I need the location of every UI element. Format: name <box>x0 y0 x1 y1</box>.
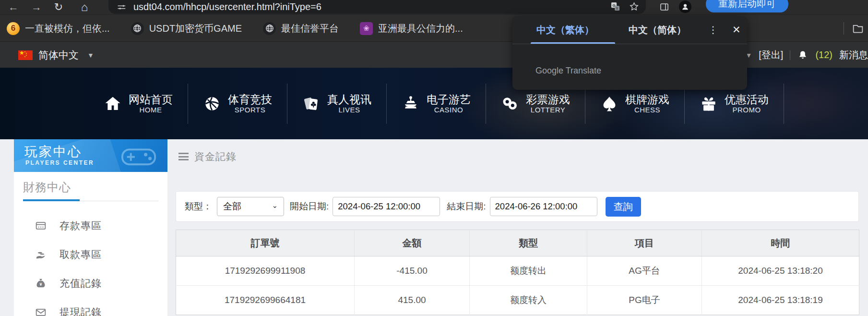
tab-chinese-traditional[interactable]: 中文（繁体） <box>536 24 594 36</box>
side-panel-icon[interactable] <box>659 1 670 12</box>
bookmark-favicon: ❀ <box>360 22 373 35</box>
bookmark-item[interactable]: ❀ 亚洲最具公信力的... <box>360 22 463 35</box>
language-selector[interactable]: 简体中文 <box>38 49 79 62</box>
amount-cell: -415.00 <box>355 256 470 286</box>
tab-chinese-simplified[interactable]: 中文（简体） <box>629 24 686 36</box>
table-header-cell: 類型 <box>470 230 587 256</box>
sidebar-menu-item[interactable]: 存款專區 <box>14 211 167 240</box>
site-info-icon[interactable] <box>116 2 127 12</box>
nav-label-zh: 电子游艺 <box>427 93 471 106</box>
nav-icon <box>203 95 221 113</box>
url-text[interactable]: usdt04.com/hhcp/usercenter.html?iniType=… <box>133 1 321 12</box>
nav-item[interactable]: 真人视讯 LIVES <box>287 84 387 124</box>
sidebar-menu-item[interactable]: 提現記錄 <box>14 298 167 316</box>
end-date-label: 結束日期: <box>447 200 486 213</box>
table-row[interactable]: 1719292699664181 415.00 额度转入 PG电子 2024-0… <box>176 286 859 315</box>
start-date-label: 開始日期: <box>290 200 329 213</box>
type-cell: 额度转入 <box>470 286 587 315</box>
restart-to-update-button[interactable]: 重新启动即可 <box>706 0 788 12</box>
reload-icon[interactable]: ↻ <box>52 0 65 14</box>
player-center-sidebar: 玩家中心 PLAYERS CENTER 財務中心 存款專區 取款專區 <box>14 139 167 316</box>
bookmark-item[interactable]: 6 一直被模仿，但依... <box>7 22 110 35</box>
nav-label-zh: 彩票游戏 <box>526 93 570 106</box>
nav-item[interactable]: 体育竞技 SPORTS <box>188 84 287 124</box>
nav-label-zh: 真人视讯 <box>327 93 371 106</box>
platform-cell: PG电子 <box>587 286 702 315</box>
more-options-icon[interactable]: ⋮ <box>708 24 718 36</box>
table-header-cell: 訂單號 <box>176 230 355 256</box>
bookmarks-divider <box>844 22 844 35</box>
nav-label-en: LOTTERY <box>531 106 565 114</box>
nav-label-en: PROMO <box>732 106 761 114</box>
nav-label-en: CHESS <box>634 106 660 114</box>
filter-bar: 類型： 全部 ⌄ 開始日期: 結束日期: 查詢 <box>176 191 859 222</box>
bookmark-label: 一直被模仿，但依... <box>25 22 110 35</box>
time-cell: 2024-06-25 13:18:20 <box>702 256 859 286</box>
bookmark-favicon <box>131 22 144 35</box>
time-cell: 2024-06-25 13:18:19 <box>702 286 859 315</box>
forward-icon[interactable]: → <box>30 0 43 14</box>
profile-avatar[interactable] <box>679 0 691 13</box>
bookmark-label: USDT加密货币GAME <box>149 22 242 35</box>
table-header-row: 訂單號 金額 類型 項目 時間 <box>176 230 859 256</box>
platform-cell: AG平台 <box>587 256 702 286</box>
bookmark-favicon: 6 <box>7 22 20 35</box>
list-icon <box>178 153 189 160</box>
bookmark-star-icon[interactable] <box>629 1 639 12</box>
nav-label-en: LIVES <box>338 106 360 114</box>
nav-icon <box>600 95 618 113</box>
table-row[interactable]: 1719292699911908 -415.00 额度转出 AG平台 2024-… <box>176 256 859 286</box>
translate-popup: 中文（繁体） 中文（简体） ⋮ ✕ Google Translate <box>512 16 747 90</box>
sidebar-item-icon <box>35 306 47 316</box>
bookmark-item[interactable]: 最佳信誉平台 <box>263 22 339 35</box>
funds-record-table: 訂單號 金額 類型 項目 時間 1719292699911908 -415.00… <box>176 230 859 315</box>
nav-icon <box>700 95 718 113</box>
nav-icon <box>402 95 420 113</box>
screen: ← → ↻ ⌂ usdt04.com/hhcp/usercenter.html?… <box>0 0 868 316</box>
end-date-input[interactable] <box>490 197 597 216</box>
message-count[interactable]: (12) <box>815 49 832 61</box>
other-bookmarks-folder-icon[interactable] <box>852 22 864 35</box>
type-label: 類型： <box>185 200 212 213</box>
message-label[interactable]: 新消息 <box>839 49 868 61</box>
start-date-input[interactable] <box>333 197 440 216</box>
table-header-cell: 時間 <box>702 230 859 256</box>
type-select[interactable]: 全部 ⌄ <box>217 197 284 216</box>
globe-icon <box>132 23 143 34</box>
nav-label-zh: 优惠活动 <box>725 93 769 106</box>
language-caret-icon[interactable]: ▼ <box>87 51 94 59</box>
close-icon[interactable]: ✕ <box>732 24 741 36</box>
sidebar-menu-item[interactable]: 取款專區 <box>14 240 167 269</box>
table-header-cell: 金額 <box>355 230 470 256</box>
nav-item[interactable]: 电子游艺 CASINO <box>387 84 486 124</box>
bookmark-label: 最佳信誉平台 <box>281 22 339 35</box>
sidebar-item-icon <box>35 248 47 261</box>
sidebar-item-icon <box>35 277 47 290</box>
nav-icon <box>501 95 519 113</box>
person-icon <box>680 2 690 12</box>
sidebar-item-icon <box>35 219 47 232</box>
back-icon[interactable]: ← <box>7 0 20 14</box>
bookmark-item[interactable]: USDT加密货币GAME <box>131 22 242 35</box>
amount-cell: 415.00 <box>355 286 470 315</box>
sidebar-title-zh: 玩家中心 <box>24 143 82 160</box>
sidebar-menu-item[interactable]: 充值記錄 <box>14 269 167 298</box>
sidebar-item-label: 提現記錄 <box>59 305 102 316</box>
sidebar-item-label: 存款專區 <box>59 219 102 232</box>
logout-link[interactable]: [登出] <box>759 49 783 61</box>
china-flag-icon: ★ <box>18 50 33 60</box>
table-header-cell: 項目 <box>587 230 702 256</box>
players-center-banner: 玩家中心 PLAYERS CENTER <box>14 139 167 172</box>
type-cell: 额度转出 <box>470 256 587 286</box>
translate-icon[interactable] <box>610 1 620 12</box>
nav-item[interactable]: 网站首页 HOME <box>89 84 188 124</box>
sidebar-section-title: 財務中心 <box>23 180 71 195</box>
bell-icon[interactable] <box>797 49 809 61</box>
home-button-icon[interactable]: ⌂ <box>78 0 91 14</box>
address-bar[interactable]: usdt04.com/hhcp/usercenter.html?iniType=… <box>108 0 646 14</box>
nav-label-zh: 网站首页 <box>129 93 173 106</box>
search-button[interactable]: 查詢 <box>606 197 641 217</box>
nav-icon <box>104 95 122 113</box>
order-number-cell: 1719292699664181 <box>176 286 355 315</box>
chevron-down-icon: ⌄ <box>272 201 278 210</box>
